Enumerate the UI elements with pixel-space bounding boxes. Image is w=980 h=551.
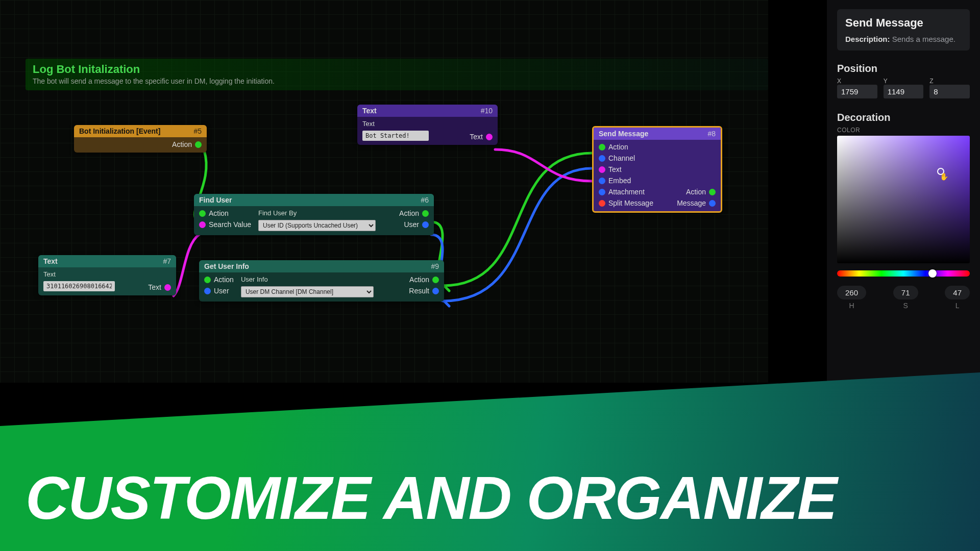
hsl-l-value[interactable]: 47 (945, 286, 970, 299)
node-title: Text (362, 107, 377, 115)
banner-headline: CUSTOMIZE AND ORGANIZE (26, 468, 836, 528)
port-action-out[interactable]: Action (686, 188, 716, 196)
port-user-out[interactable]: User (404, 220, 429, 229)
node-number: #5 (193, 127, 202, 135)
node-send-message[interactable]: Send Message#8 Action Channel Text Embed… (592, 126, 722, 213)
field-label: Text (43, 270, 141, 278)
port-dot-icon (599, 144, 605, 151)
port-text-in[interactable]: Text (599, 165, 653, 173)
find-user-by-select[interactable]: User ID (Supports Uncached User) (258, 220, 376, 231)
port-action-in[interactable]: Action (199, 209, 251, 217)
color-saturation-value-picker[interactable]: ✋ (837, 136, 970, 263)
node-title: Text (43, 257, 58, 265)
port-search-value-in[interactable]: Search Value (199, 220, 251, 229)
port-dot-icon (599, 155, 605, 162)
user-info-select[interactable]: User DM Channel [DM Channel] (241, 286, 374, 297)
node-title: Send Message (599, 130, 648, 138)
graph-subtitle: The bot will send a message to the speci… (33, 77, 761, 85)
position-y-input[interactable] (884, 85, 924, 98)
port-action-out[interactable]: Action (172, 140, 202, 148)
position-z-input[interactable] (929, 85, 970, 98)
hsl-s-label: S (893, 302, 918, 310)
graph-title: Log Bot Initalization (33, 63, 761, 76)
port-dot-icon (195, 141, 202, 148)
node-number: #7 (163, 257, 171, 265)
field-label: Find User By (258, 209, 376, 217)
port-dot-icon (432, 277, 439, 283)
port-action-in[interactable]: Action (599, 143, 653, 151)
x-label: X (837, 78, 877, 85)
port-dot-icon (204, 288, 211, 294)
port-dot-icon (199, 221, 206, 228)
position-section-title: Position (837, 63, 970, 74)
node-number: #9 (431, 262, 439, 270)
node-info-card: Send Message Description: Sends a messag… (837, 9, 970, 51)
port-dot-icon (599, 189, 605, 195)
node-get-user-info[interactable]: Get User Info#9 Action User User Info Us… (199, 260, 444, 302)
node-title: Bot Initialization [Event] (79, 127, 160, 135)
port-dot-icon (709, 200, 716, 207)
graph-header: Log Bot Initalization The bot will send … (26, 59, 768, 90)
hue-slider-thumb[interactable] (928, 269, 937, 278)
description-text: Sends a message. (892, 35, 955, 43)
field-label: User Info (241, 276, 374, 283)
port-message-out[interactable]: Message (677, 199, 716, 207)
hsl-l-label: L (945, 302, 970, 310)
port-attachment-in[interactable]: Attachment (599, 188, 653, 196)
node-bot-initialization[interactable]: Bot Initialization [Event]#5 Action (74, 125, 207, 153)
port-dot-icon (709, 189, 716, 195)
port-action-in[interactable]: Action (204, 276, 234, 284)
port-dot-icon (422, 221, 429, 228)
port-dot-icon (432, 288, 439, 294)
port-dot-icon (599, 200, 605, 207)
field-label: Text (362, 120, 462, 128)
node-title: Find User (199, 196, 232, 204)
color-label: COLOR (837, 127, 970, 134)
text-value-input[interactable] (362, 131, 429, 141)
hsl-h-label: H (837, 302, 866, 310)
port-text-out[interactable]: Text (148, 283, 171, 291)
hsl-s-value[interactable]: 71 (893, 286, 918, 299)
port-dot-icon (599, 178, 605, 184)
description-label: Description: (845, 35, 890, 43)
port-text-out[interactable]: Text (470, 133, 493, 141)
port-dot-icon (204, 277, 211, 283)
node-number: #8 (707, 130, 716, 138)
port-dot-icon (164, 284, 171, 291)
position-x-input[interactable] (837, 85, 877, 98)
node-graph-canvas[interactable]: Log Bot Initalization The bot will send … (0, 0, 768, 383)
z-label: Z (929, 78, 970, 85)
node-find-user[interactable]: Find User#6 Action Search Value Find Use… (194, 194, 434, 235)
node-title: Get User Info (204, 262, 249, 270)
text-value-input[interactable] (43, 281, 115, 291)
node-number: #6 (421, 196, 429, 204)
selected-node-title: Send Message (845, 16, 962, 30)
color-hue-slider[interactable] (837, 270, 970, 277)
node-text-literal[interactable]: Text#10 Text Text (357, 105, 498, 145)
promo-banner: CUSTOMIZE AND ORGANIZE (0, 372, 980, 551)
port-dot-icon (199, 210, 206, 217)
decoration-section-title: Decoration (837, 112, 970, 123)
y-label: Y (884, 78, 924, 85)
port-action-out[interactable]: Action (399, 209, 429, 217)
node-text-input[interactable]: Text#7 Text Text (38, 255, 176, 295)
hsl-h-value[interactable]: 260 (837, 286, 866, 299)
port-action-out[interactable]: Action (409, 276, 439, 284)
port-embed-in[interactable]: Embed (599, 177, 653, 185)
port-result-out[interactable]: Result (409, 287, 439, 295)
node-number: #10 (481, 107, 493, 115)
properties-sidebar: Send Message Description: Sends a messag… (827, 0, 980, 398)
port-channel-in[interactable]: Channel (599, 154, 653, 162)
port-dot-icon (422, 210, 429, 217)
port-dot-icon (486, 134, 493, 140)
port-user-in[interactable]: User (204, 287, 234, 295)
port-split-message-in[interactable]: Split Message (599, 199, 653, 207)
hand-pointer-icon: ✋ (940, 172, 948, 181)
port-dot-icon (599, 166, 605, 173)
